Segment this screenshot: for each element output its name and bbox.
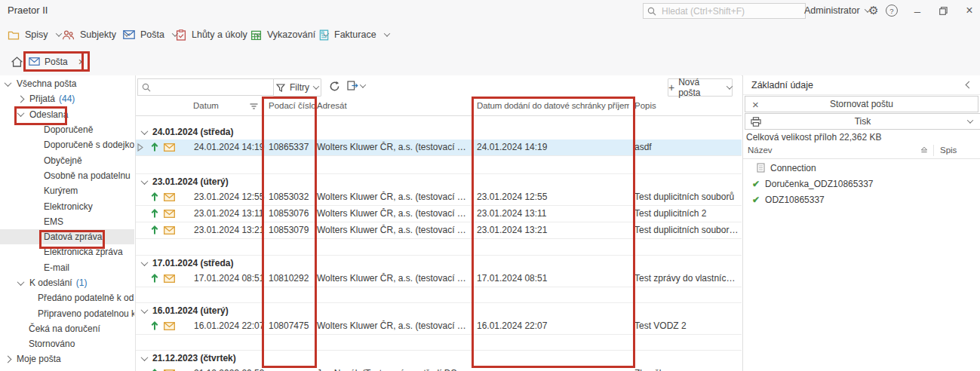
group-header[interactable]: 17.01.2024 (středa) (136, 256, 742, 271)
menu-item-spisy[interactable]: Spisy (8, 21, 61, 48)
menu-item-lhuty-a-ukoly[interactable]: Lhůty a úkoly (176, 21, 260, 48)
sidebar-item-doporucene-s-dodejkou[interactable]: Doporučeně s dodejkou (0, 137, 134, 152)
cancel-mail-button[interactable]: × Stornovat poštu (745, 96, 978, 112)
outgoing-arrow-icon (151, 143, 158, 152)
attachment-row[interactable]: ✔ ODZ10865337 (743, 192, 980, 207)
printer-icon (751, 117, 761, 127)
chevron-down-icon (383, 30, 389, 36)
sidebar-item-kuryrem[interactable]: Kurýrem (0, 183, 134, 198)
home-tab[interactable] (11, 53, 23, 71)
calendar-icon (250, 29, 262, 41)
sidebar-item-doporucene[interactable]: Doporučeně (0, 122, 134, 137)
row-expander-icon[interactable] (137, 143, 143, 152)
menu-item-posta[interactable]: Pošta (123, 21, 177, 48)
sidebar-item-ems[interactable]: EMS (0, 214, 134, 229)
sidebar-item-prijata[interactable]: Přijatá(44) (0, 91, 134, 106)
filters-button[interactable]: Filtry (273, 78, 321, 97)
help-button[interactable]: ? (883, 0, 901, 21)
menu-bar: Spisy Subjekty Pošta Lhůty a úkoly Vykaz (0, 21, 980, 48)
refresh-button[interactable] (329, 81, 340, 92)
column-header-popis[interactable]: Popis (634, 101, 656, 110)
close-button[interactable]: × (960, 0, 978, 21)
column-header-datum[interactable]: Datum (193, 101, 219, 110)
check-icon: ✔ (752, 179, 760, 189)
column-header-datum-dodani[interactable]: Datum dodání do datové schránky příjemce (477, 101, 629, 110)
datamessage-envelope-icon (164, 274, 175, 283)
outgoing-arrow-icon (151, 225, 158, 235)
group-header[interactable]: 21.12.2023 (čtvrtek) (136, 351, 742, 366)
chevron-down-icon (313, 83, 319, 89)
global-search-input[interactable] (660, 5, 801, 17)
table-row[interactable]: 21.12.2023 20:53 Jan Novák (Testovací pr… (136, 366, 742, 371)
clipboard-check-icon (176, 29, 186, 41)
user-menu[interactable]: Administrator (804, 0, 870, 21)
group-expander-icon (141, 354, 149, 361)
menu-item-fakturace[interactable]: Fakturace (319, 21, 389, 48)
settings-button[interactable]: ⚙ (865, 0, 883, 21)
tab-posta[interactable]: Pošta × (23, 51, 90, 72)
refresh-icon (329, 81, 340, 92)
sidebar-item-datova-zprava[interactable]: Datová zpráva (0, 229, 134, 244)
sidebar-item-vsechna-posta[interactable]: Všechna pošta (0, 76, 134, 91)
sidebar-item-osobne-na-podatelnu[interactable]: Osobně na podatelnu (0, 168, 134, 183)
sidebar-item-stornovano[interactable]: Stornováno (0, 336, 134, 351)
export-button[interactable] (347, 81, 365, 90)
sidebar-item-e-mail[interactable]: E-mail (0, 260, 134, 275)
column-header-spis[interactable]: Spis (940, 146, 957, 155)
sidebar-item-obycejne[interactable]: Obyčejně (0, 152, 134, 167)
check-icon: ✔ (752, 195, 760, 204)
sidebar-item-moje-posta[interactable]: Moje pošta (0, 351, 134, 366)
attachment-row[interactable]: Connection (743, 160, 980, 176)
table-row[interactable]: 17.01.2024 08:51 10810292 Wolters Kluwer… (136, 271, 742, 287)
maximize-button[interactable] (934, 0, 952, 21)
menu-label: Lhůty a úkoly (192, 29, 247, 40)
filter-active-icon[interactable] (250, 103, 258, 109)
app-window: Praetor II Administrator ⚙ ? – × Spisy (0, 0, 980, 371)
column-header-adresat[interactable]: Adresát (317, 101, 347, 110)
minimize-icon: – (914, 5, 920, 17)
tab-close-icon[interactable]: × (78, 57, 84, 67)
print-button[interactable]: Tisk (745, 113, 980, 130)
menu-label: Spisy (25, 29, 48, 40)
sidebar-item-predano-podatelne[interactable]: Předáno podatelně k od (0, 290, 134, 305)
mail-table-pane: Filtry + Nová pošta Datum Podací číslo A… (136, 75, 742, 371)
column-divider (933, 145, 934, 156)
envelope-icon (123, 30, 135, 39)
table-row[interactable]: 16.01.2024 22:07 10807475 Wolters Kluwer… (136, 318, 742, 335)
table-row[interactable]: 23.01.2024 13:21 10853079 Wolters Kluwer… (136, 222, 742, 239)
table-row[interactable]: 24.01.2024 14:19 10865337 Wolters Kluwer… (136, 140, 742, 156)
table-search[interactable] (137, 78, 275, 96)
group-header[interactable]: 16.01.2024 (úterý) (136, 303, 742, 318)
outgoing-arrow-icon (151, 274, 158, 284)
group-header[interactable]: 24.01.2024 (středa) (136, 124, 742, 140)
sidebar-item-ceka-na-doruceni[interactable]: Čeká na doručení (0, 321, 134, 336)
sidebar-item-k-odeslani[interactable]: K odeslání(1) (0, 275, 134, 290)
sidebar: Všechna pošta Přijatá(44) Odeslaná Dopor… (0, 75, 136, 371)
new-mail-button[interactable]: + Nová pošta (668, 78, 733, 97)
table-search-input[interactable] (155, 81, 271, 94)
collapse-panel-icon[interactable] (966, 81, 973, 89)
outgoing-arrow-icon (151, 192, 158, 202)
invoice-icon (319, 29, 329, 41)
datamessage-envelope-icon (164, 322, 175, 330)
column-header-podaci-cislo[interactable]: Podací číslo (269, 101, 316, 110)
attachments-header: Název Spis (743, 143, 980, 159)
menu-item-subjekty[interactable]: Subjekty (62, 21, 129, 48)
sidebar-item-elektronicky[interactable]: Elektronicky (0, 198, 134, 213)
attachment-row[interactable]: ✔ Doručenka_ODZ10865337 (743, 176, 980, 192)
minimize-button[interactable]: – (908, 0, 926, 21)
table-row[interactable]: 23.01.2024 13:11 10853076 Wolters Kluwer… (136, 206, 742, 222)
search-icon (142, 83, 151, 92)
close-icon: × (966, 4, 972, 17)
sidebar-item-odeslana[interactable]: Odeslaná (0, 107, 134, 122)
column-header-nazev[interactable]: Název (748, 146, 773, 155)
group-header[interactable]: 23.01.2024 (úterý) (136, 174, 742, 189)
sidebar-item-pripraveno-podatelnou[interactable]: Připraveno podatelnou k (0, 305, 134, 320)
datamessage-envelope-icon (164, 193, 175, 201)
menu-item-vykazovani[interactable]: Vykazování (250, 21, 328, 48)
folder-icon (8, 29, 20, 41)
sidebar-item-elektronicka-zprava[interactable]: Elektronická zpráva (0, 244, 134, 259)
global-search[interactable] (643, 3, 806, 19)
table-row[interactable]: 23.01.2024 12:55 10853032 Wolters Kluwer… (136, 189, 742, 206)
menu-label: Fakturace (334, 29, 376, 40)
